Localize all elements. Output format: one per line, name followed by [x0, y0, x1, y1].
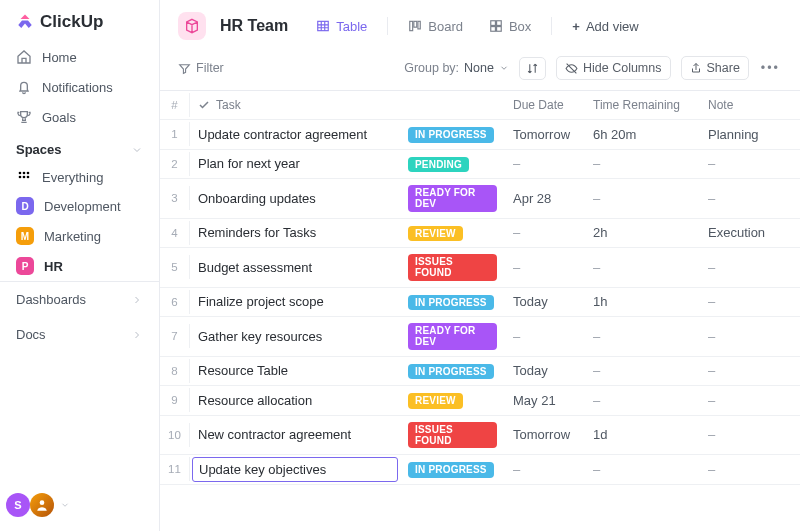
cell-task[interactable]: New contractor agreement — [190, 421, 400, 448]
cell-note[interactable]: – — [700, 288, 790, 315]
cell-remaining[interactable]: – — [585, 387, 700, 414]
cell-status[interactable]: ISSUES FOUND — [400, 416, 505, 455]
space-initial-badge: M — [16, 227, 34, 245]
cell-task[interactable]: Resource Table — [190, 357, 400, 384]
cell-status[interactable]: IN PROGRESS — [400, 288, 505, 317]
cell-note[interactable]: – — [700, 185, 790, 212]
cell-status[interactable]: IN PROGRESS — [400, 455, 505, 484]
table-row[interactable]: 8Resource TableIN PROGRESSToday–– — [160, 357, 800, 387]
cell-status[interactable]: IN PROGRESS — [400, 357, 505, 386]
cell-task[interactable]: Gather key resources — [190, 323, 400, 350]
cell-note[interactable]: – — [700, 254, 790, 281]
cell-due[interactable]: – — [505, 456, 585, 483]
cell-remaining[interactable]: – — [585, 254, 700, 281]
cell-status[interactable]: PENDING — [400, 150, 505, 179]
space-everything[interactable]: Everything — [0, 163, 159, 191]
cell-status[interactable]: READY FOR DEV — [400, 317, 505, 356]
hide-columns-button[interactable]: Hide Columns — [556, 56, 671, 80]
space-item[interactable]: PHR — [0, 251, 159, 281]
cell-task[interactable]: Reminders for Tasks — [190, 219, 400, 246]
cell-task[interactable]: Onboarding updates — [190, 185, 400, 212]
cell-due[interactable]: Tomorrow — [505, 421, 585, 448]
table-row[interactable]: 7Gather key resourcesREADY FOR DEV––– — [160, 317, 800, 357]
spaces-header[interactable]: Spaces — [0, 132, 159, 163]
cell-due[interactable]: – — [505, 323, 585, 350]
cell-task[interactable]: Update key objectives — [192, 457, 398, 482]
cell-note[interactable]: – — [700, 387, 790, 414]
cell-task[interactable]: Plan for next year — [190, 150, 400, 177]
view-tab-table[interactable]: Table — [310, 15, 373, 38]
space-item[interactable]: MMarketing — [0, 221, 159, 251]
col-remaining[interactable]: Time Remaining — [585, 92, 700, 118]
table-row[interactable]: 2Plan for next yearPENDING––– — [160, 150, 800, 180]
cell-note[interactable]: – — [700, 456, 790, 483]
cell-task[interactable]: Finalize project scope — [190, 288, 400, 315]
table-row[interactable]: 6Finalize project scopeIN PROGRESSToday1… — [160, 288, 800, 318]
sort-button[interactable] — [519, 57, 546, 80]
table-row[interactable]: 1Update contractor agreementIN PROGRESST… — [160, 120, 800, 150]
space-item[interactable]: DDevelopment — [0, 191, 159, 221]
cell-remaining[interactable]: 1d — [585, 421, 700, 448]
cell-due[interactable]: Tomorrow — [505, 121, 585, 148]
view-tab-box[interactable]: Box — [483, 15, 537, 38]
cell-note[interactable]: – — [700, 421, 790, 448]
nav-notifications[interactable]: Notifications — [0, 72, 159, 102]
avatar[interactable] — [30, 493, 54, 517]
cell-due[interactable]: – — [505, 150, 585, 177]
svg-rect-12 — [497, 21, 502, 26]
cell-due[interactable]: Apr 28 — [505, 185, 585, 212]
cell-note[interactable]: – — [700, 150, 790, 177]
table-header: # Task Due Date Time Remaining Note — [160, 91, 800, 120]
cell-task[interactable]: Budget assessment — [190, 254, 400, 281]
col-note[interactable]: Note — [700, 92, 790, 118]
nav-dashboards[interactable]: Dashboards — [0, 282, 159, 317]
nav-home[interactable]: Home — [0, 42, 159, 72]
cell-remaining[interactable]: – — [585, 150, 700, 177]
cell-status[interactable]: ISSUES FOUND — [400, 248, 505, 287]
cell-due[interactable]: – — [505, 254, 585, 281]
cell-remaining[interactable]: – — [585, 185, 700, 212]
avatar[interactable]: S — [6, 493, 30, 517]
cell-remaining[interactable]: – — [585, 456, 700, 483]
brand-logo[interactable]: ClickUp — [0, 0, 159, 42]
spaces-label: Spaces — [16, 142, 62, 157]
table-row[interactable]: 9Resource allocationREVIEWMay 21–– — [160, 386, 800, 416]
cell-task[interactable]: Update contractor agreement — [190, 121, 400, 148]
view-tab-board[interactable]: Board — [402, 15, 469, 38]
cell-note[interactable]: – — [700, 357, 790, 384]
cell-note[interactable]: Execution — [700, 219, 790, 246]
cell-due[interactable]: Today — [505, 288, 585, 315]
table-row[interactable]: 4Reminders for TasksREVIEW–2hExecution — [160, 219, 800, 249]
table-row[interactable]: 10New contractor agreementISSUES FOUNDTo… — [160, 416, 800, 456]
cell-note[interactable]: Planning — [700, 121, 790, 148]
col-number[interactable]: # — [160, 93, 190, 117]
cell-task[interactable]: Resource allocation — [190, 387, 400, 414]
cell-remaining[interactable]: 2h — [585, 219, 700, 246]
cell-due[interactable]: Today — [505, 357, 585, 384]
col-task[interactable]: Task — [190, 92, 400, 118]
cell-remaining[interactable]: 6h 20m — [585, 121, 700, 148]
cell-status[interactable]: REVIEW — [400, 219, 505, 248]
cell-remaining[interactable]: – — [585, 323, 700, 350]
chevron-down-icon[interactable] — [60, 500, 70, 510]
cell-status[interactable]: IN PROGRESS — [400, 120, 505, 149]
add-view-button[interactable]: + Add view — [566, 15, 644, 38]
nav-goals[interactable]: Goals — [0, 102, 159, 132]
share-button[interactable]: Share — [681, 56, 749, 80]
table-row[interactable]: 5Budget assessmentISSUES FOUND––– — [160, 248, 800, 288]
space-badge[interactable] — [178, 12, 206, 40]
table-row[interactable]: 11Update key objectivesIN PROGRESS––– — [160, 455, 800, 485]
cell-due[interactable]: May 21 — [505, 387, 585, 414]
cell-status[interactable]: READY FOR DEV — [400, 179, 505, 218]
more-menu-button[interactable]: ••• — [759, 61, 782, 75]
cell-remaining[interactable]: – — [585, 357, 700, 384]
cell-due[interactable]: – — [505, 219, 585, 246]
nav-docs[interactable]: Docs — [0, 317, 159, 352]
cell-note[interactable]: – — [700, 323, 790, 350]
table-row[interactable]: 3Onboarding updatesREADY FOR DEVApr 28–– — [160, 179, 800, 219]
groupby-button[interactable]: Group by: None — [404, 61, 509, 75]
filter-button[interactable]: Filter — [178, 61, 224, 75]
cell-status[interactable]: REVIEW — [400, 386, 505, 415]
cell-remaining[interactable]: 1h — [585, 288, 700, 315]
col-due[interactable]: Due Date — [505, 92, 585, 118]
